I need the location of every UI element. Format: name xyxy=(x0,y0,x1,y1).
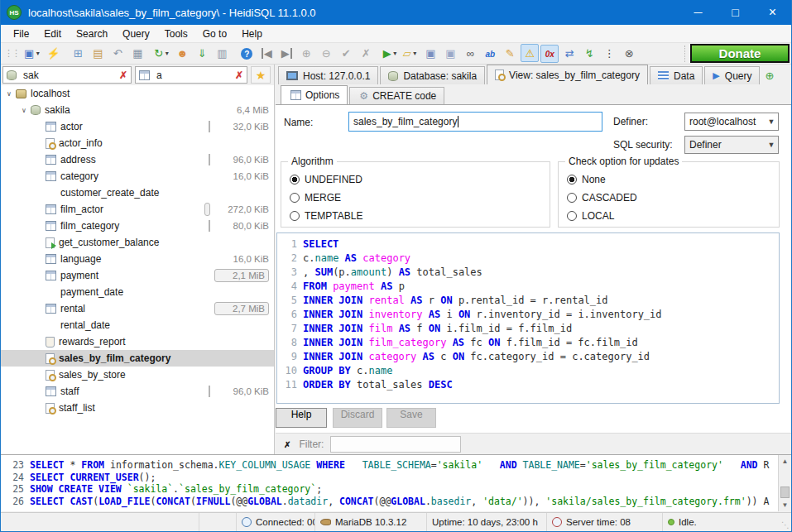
radio-button-icon[interactable] xyxy=(567,193,577,203)
load-sql-file-icon[interactable]: ▱▾ xyxy=(401,44,420,62)
tab-database-sakila[interactable]: Database: sakila xyxy=(380,66,485,84)
close-button[interactable]: × xyxy=(754,0,791,25)
menu-tools[interactable]: Tools xyxy=(157,26,195,42)
session-manager-icon[interactable]: ▣▾ xyxy=(23,44,42,62)
definer-combobox[interactable]: root@localhost ▼ xyxy=(684,113,779,131)
view-select-sql-editor[interactable]: 1SELECT2c.name AS category3, SUM(p.amoun… xyxy=(276,232,780,404)
tab-query[interactable]: ▶Query xyxy=(704,66,760,84)
menu-query[interactable]: Query xyxy=(115,26,157,42)
user-manager-icon[interactable]: ☻ xyxy=(173,44,191,62)
chevron-down-icon[interactable]: ▼ xyxy=(765,141,778,149)
tree-item-payment_date[interactable]: payment_date xyxy=(1,284,274,300)
refresh-icon[interactable]: ↻▾ xyxy=(153,44,171,62)
scroll-up-icon[interactable]: ▲ xyxy=(779,455,791,467)
radio-check-option-cascaded[interactable]: CASCADED xyxy=(567,192,637,204)
copy-icon[interactable]: ⊞ xyxy=(69,44,87,62)
tree-item-actor_info[interactable]: actor_info xyxy=(1,135,274,151)
collapse-chevron-icon[interactable]: ∨ xyxy=(4,90,14,98)
delete-row-icon[interactable]: ⊖ xyxy=(317,44,335,62)
undo-icon[interactable]: ↶ xyxy=(108,44,127,62)
tree-item-sales_by_film_category[interactable]: sales_by_film_category xyxy=(1,350,274,367)
save-sql-as-icon[interactable]: ▣ xyxy=(441,44,459,62)
collapse-chevron-icon[interactable]: ∨ xyxy=(19,107,29,114)
chevron-down-icon[interactable]: ▼ xyxy=(765,117,778,126)
tree-item-payment[interactable]: payment2,1 MiB xyxy=(1,267,274,284)
filter-input[interactable] xyxy=(330,436,461,453)
disconnect-icon[interactable]: ⚡ xyxy=(44,44,62,62)
chevron-down-icon[interactable]: ▾ xyxy=(163,50,170,57)
add-query-tab-icon[interactable]: ⊕ xyxy=(765,69,774,82)
save-snapshot-icon[interactable]: ▥ xyxy=(213,44,231,62)
subtab-create-code[interactable]: ⚙CREATE code xyxy=(349,87,444,104)
reformat-sql-icon[interactable]: ✎ xyxy=(501,44,519,62)
tab-view-sales-by-film-category[interactable]: View: sales_by_film_category xyxy=(487,65,648,84)
close-filter-icon[interactable]: ✗ xyxy=(284,440,290,449)
favorites-star-icon[interactable]: ★ xyxy=(251,66,271,84)
overflow-menu-icon[interactable]: ⋮ xyxy=(600,44,618,62)
object-tree[interactable]: ∨localhost∨sakila6,4 MiBactor32,0 KiBact… xyxy=(1,85,274,454)
help-button[interactable]: Help xyxy=(276,408,327,428)
menu-go-to[interactable]: Go to xyxy=(195,26,234,42)
toolbar-grip[interactable]: ⋮⋮ xyxy=(4,48,19,59)
tree-item-language[interactable]: language16,0 KiB xyxy=(1,251,274,267)
tree-item-rental_date[interactable]: rental_date xyxy=(1,317,274,333)
chevron-down-icon[interactable]: ▾ xyxy=(391,50,399,57)
cancel-editing-icon[interactable]: ✗ xyxy=(357,44,375,62)
menu-edit[interactable]: Edit xyxy=(36,26,69,42)
discard-button[interactable]: Discard xyxy=(333,408,382,428)
tree-item-localhost[interactable]: ∨localhost xyxy=(1,85,274,102)
log-scrollbar[interactable]: ▲ ▼ xyxy=(778,455,791,511)
sql-security-combobox[interactable]: Definer ▼ xyxy=(684,136,779,154)
tab-host-127-0-0-1[interactable]: Host: 127.0.0.1 xyxy=(278,66,378,84)
print-icon[interactable]: ▦ xyxy=(128,44,146,62)
execute-sql-icon[interactable]: ▶▾ xyxy=(382,44,400,62)
clear-database-filter-icon[interactable]: ✗ xyxy=(118,69,129,81)
stop-process-icon[interactable]: ⊗ xyxy=(620,44,638,62)
radio-algorithm-merge[interactable]: MERGE xyxy=(290,192,341,204)
tree-item-category[interactable]: category16,0 KiB xyxy=(1,168,274,185)
chevron-down-icon[interactable]: ▾ xyxy=(34,50,41,57)
view-name-input[interactable]: sales_by_film_category xyxy=(348,112,602,132)
tree-item-address[interactable]: address96,0 KiB xyxy=(1,151,274,168)
nav-first-icon[interactable]: ◀ xyxy=(257,44,276,62)
tree-item-get_customer_balance[interactable]: get_customer_balance xyxy=(1,234,274,251)
help-icon[interactable]: ? xyxy=(238,45,256,63)
resize-grip[interactable]: ⋱ xyxy=(781,520,790,530)
menu-search[interactable]: Search xyxy=(69,26,115,42)
maximize-button[interactable]: □ xyxy=(717,0,754,25)
post-changes-icon[interactable]: ✔ xyxy=(337,44,355,62)
insert-row-icon[interactable]: ⊕ xyxy=(297,44,315,62)
database-filter-input[interactable]: sak ✗ xyxy=(2,66,132,84)
donate-button[interactable]: Donate xyxy=(690,44,790,63)
tree-item-film_actor[interactable]: film_actor272,0 KiB xyxy=(1,201,274,218)
subtab-options[interactable]: Options xyxy=(281,85,348,104)
radio-button-icon[interactable] xyxy=(567,175,577,185)
radio-check-option-local[interactable]: LOCAL xyxy=(567,210,614,222)
minimize-button[interactable]: ─ xyxy=(679,0,717,25)
find-text-icon[interactable]: ∞ xyxy=(461,44,479,62)
clear-table-filter-icon[interactable]: ✗ xyxy=(233,69,245,81)
paste-icon[interactable]: ▤ xyxy=(89,44,107,62)
reconnect-icon[interactable]: ↯ xyxy=(580,44,598,62)
tree-item-sakila[interactable]: ∨sakila6,4 MiB xyxy=(1,102,274,118)
replace-text-icon[interactable]: ab xyxy=(481,45,499,63)
radio-button-icon[interactable] xyxy=(290,211,300,221)
tree-item-rewards_report[interactable]: rewards_report xyxy=(1,333,274,350)
radio-button-icon[interactable] xyxy=(290,193,300,203)
tree-item-staff_list[interactable]: staff_list xyxy=(1,400,274,416)
radio-check-option-none[interactable]: None xyxy=(567,174,606,185)
tab-data[interactable]: Data xyxy=(650,66,703,84)
radio-algorithm-temptable[interactable]: TEMPTABLE xyxy=(290,210,362,222)
blob-as-text-icon[interactable]: 0x xyxy=(540,45,559,63)
sql-log-panel[interactable]: 23SELECT * FROM information_schema.KEY_C… xyxy=(1,454,791,511)
tree-item-staff[interactable]: staff96,0 KiB xyxy=(1,383,274,400)
table-filter-input[interactable]: a ✗ xyxy=(135,66,247,84)
tree-item-customer_create_date[interactable]: customer_create_date xyxy=(1,185,274,201)
export-tables-icon[interactable]: ⇓ xyxy=(193,44,211,62)
scrollbar-thumb[interactable] xyxy=(780,486,790,498)
next-result-icon[interactable]: ⇄ xyxy=(560,44,578,62)
save-button[interactable]: Save xyxy=(386,408,436,428)
chevron-down-icon[interactable]: ▾ xyxy=(411,50,419,57)
scroll-down-icon[interactable]: ▼ xyxy=(779,499,791,511)
bind-parameters-icon[interactable]: ⚠ xyxy=(521,44,539,62)
